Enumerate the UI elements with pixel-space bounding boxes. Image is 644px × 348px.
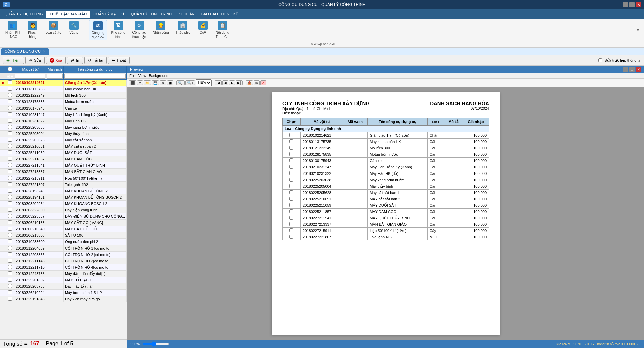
print-row-check[interactable] (283, 158, 301, 164)
preview-menu-file[interactable]: File (129, 74, 136, 78)
table-row[interactable]: 20180306210133 MÁY CẮT GỖ [ VÀNG] (0, 220, 127, 226)
table-row[interactable]: 20180312211148 CỐI TRỘN HỒ 3[có mo to] (0, 258, 127, 264)
table-row[interactable]: 20180326210224 Máy bơm chìm 1.5 HP (0, 290, 127, 296)
print-row-check[interactable] (283, 215, 301, 221)
row-check-cell[interactable] (6, 283, 14, 290)
table-row[interactable]: 20180225203038 Máy xăng bơm nước (0, 124, 127, 131)
table-row[interactable]: 20180312243738 Máy đầm dùi+đẩy dùi(1) (0, 271, 127, 277)
print-checkbox[interactable] (289, 178, 293, 182)
print-checkbox[interactable] (289, 216, 293, 220)
table-row[interactable]: 20180312211710 CỐI TRỘN HỒ 4[có mo to] (0, 264, 127, 271)
row-checkbox[interactable] (8, 259, 12, 263)
row-checkbox[interactable] (8, 125, 12, 129)
row-checkbox[interactable] (8, 201, 12, 205)
row-check-cell[interactable] (6, 143, 14, 150)
row-check-cell[interactable] (6, 252, 14, 258)
print-row-check[interactable] (283, 190, 301, 196)
row-check-cell[interactable] (6, 264, 14, 271)
table-row[interactable]: 20180310233600 Ống nước đèo phi 21 (0, 239, 127, 245)
row-check-cell[interactable] (6, 290, 14, 296)
row-checkbox[interactable] (8, 87, 12, 91)
preview-zoom-out[interactable]: 🔍- (176, 80, 185, 85)
print-row-check[interactable] (283, 145, 301, 151)
table-row[interactable]: 20180210231247 Máy Hàn Hồng Ký (Xanh) (0, 112, 127, 118)
toolbar-quy[interactable]: 💰 Quỹ (194, 20, 212, 40)
table-row[interactable]: 20180113175735 Máy khoan bàn HK (0, 86, 127, 92)
select-all-checkbox[interactable] (8, 67, 12, 71)
row-check-cell[interactable] (6, 169, 14, 175)
table-row[interactable]: 20180128175835 Motua bơm nước (0, 99, 127, 105)
print-checkbox[interactable] (289, 184, 293, 188)
table-row[interactable]: 20180303202954 MÁY KHOANG BOSCH 2 (0, 201, 127, 207)
row-checkbox[interactable] (8, 271, 12, 275)
print-row-check[interactable] (283, 170, 301, 177)
row-check-cell[interactable] (6, 80, 14, 86)
row-check-cell[interactable] (6, 245, 14, 252)
table-row[interactable]: 20180225205628 Máy cắt sắt bàn 1 (0, 137, 127, 143)
row-check-cell[interactable] (6, 99, 14, 105)
menu-quan-ly-vt[interactable]: QUẢN LÝ VẬT TƯ (90, 11, 127, 18)
row-checkbox[interactable] (8, 80, 12, 84)
print-checkbox[interactable] (289, 158, 293, 162)
sua-truc-tiep-checkbox[interactable] (598, 58, 602, 62)
in-button[interactable]: 🖨 In (67, 57, 83, 64)
table-row[interactable]: 20180303322800 Dây điện công trình (0, 207, 127, 213)
row-check-cell[interactable] (6, 118, 14, 124)
table-row[interactable]: 20180130175943 Cần xe (0, 105, 127, 112)
toolbar-khach-hang[interactable]: 🧑 Kháchhàng (24, 20, 41, 40)
row-check-cell[interactable] (6, 162, 14, 169)
preview-tb-btn-2[interactable]: ✂ (137, 80, 143, 85)
row-checkbox[interactable] (8, 157, 12, 161)
toolbar-cong-tac[interactable]: ⚙ Công tácthực hiện (129, 20, 149, 40)
table-row[interactable]: 20180325203733 Dây máy tổ (thái) (0, 283, 127, 290)
print-row-check[interactable] (283, 228, 301, 234)
toolbar-cong-cu-dc[interactable]: 🛠 Công cụdụng cụ (89, 20, 107, 40)
print-checkbox[interactable] (289, 209, 293, 213)
row-checkbox[interactable] (8, 195, 12, 199)
table-row[interactable]: 20180121222249 Mô lếch 300 (0, 92, 127, 99)
mavach-filter-input[interactable] (47, 74, 63, 79)
row-checkbox[interactable] (8, 182, 12, 186)
table-row[interactable]: 20180228194151 MÁY KHOAN BỂ TÔNG BOSCH 2 (0, 194, 127, 201)
row-check-cell[interactable] (6, 86, 14, 92)
row-checkbox[interactable] (8, 144, 12, 148)
print-row-check[interactable] (283, 132, 301, 139)
preview-tb-btn-4[interactable]: 💾 (152, 80, 159, 85)
toolbar-thau-phu[interactable]: 🏢 Thầu phụ (173, 20, 193, 40)
preview-close-doc[interactable]: ✕ (260, 80, 266, 85)
print-row-check[interactable] (283, 164, 301, 170)
print-row-check[interactable] (283, 151, 301, 158)
print-checkbox[interactable] (289, 146, 293, 150)
row-checkbox[interactable] (8, 131, 12, 135)
row-checkbox[interactable] (8, 233, 12, 237)
preview-zoom-in[interactable]: 🔍+ (185, 80, 195, 85)
row-checkbox[interactable] (8, 99, 12, 103)
row-check-cell[interactable] (6, 296, 14, 302)
table-row[interactable]: 20180227215911 Hộp 50*100*1li4(kẽm) (0, 175, 127, 182)
print-row-check[interactable] (283, 202, 301, 209)
zoom-slider[interactable] (142, 341, 169, 347)
row-check-cell[interactable] (6, 194, 14, 201)
table-row[interactable]: 20180329191843 Dây xích máy cưa gỗ (0, 296, 127, 302)
print-checkbox[interactable] (289, 190, 293, 194)
row-check-cell[interactable] (6, 105, 14, 112)
col-ten-filter[interactable] (63, 73, 126, 80)
minimize-button[interactable]: — (623, 2, 628, 7)
row-check-cell[interactable] (6, 131, 14, 137)
row-checkbox[interactable] (8, 297, 12, 301)
row-check-cell[interactable] (6, 271, 14, 277)
table-row[interactable]: 20180312204639 CỐI TRỘN HỒ 1 [có mo to] (0, 245, 127, 252)
row-check-cell[interactable] (6, 188, 14, 194)
row-check-cell[interactable] (6, 182, 14, 188)
tai-lai-button[interactable]: ↺ Tải lại (84, 57, 107, 64)
maximize-button[interactable]: □ (629, 2, 635, 7)
toolbar-nhan-cong[interactable]: 👷 Nhân công (150, 20, 171, 40)
row-checkbox[interactable] (8, 227, 12, 231)
preview-prev-page[interactable]: ◀ (222, 80, 228, 85)
row-check-cell[interactable] (6, 150, 14, 156)
row-checkbox[interactable] (8, 93, 12, 97)
col-mavach-filter[interactable] (46, 73, 64, 80)
row-check-cell[interactable] (6, 201, 14, 207)
preview-tb-btn-1[interactable]: ⬛ (129, 80, 136, 85)
print-checkbox[interactable] (289, 171, 293, 175)
